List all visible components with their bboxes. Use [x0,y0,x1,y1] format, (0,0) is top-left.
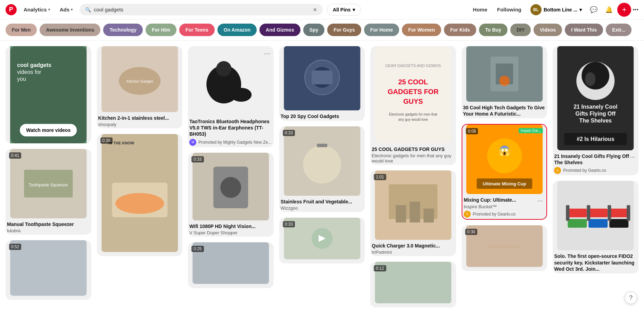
toothpaste-card[interactable]: Toothpaste Squeezer 0:41 Manual Toothpas… [6,149,91,235]
header-right: Home Following BL Bottom Line ... ▾ 💬 🔔 … [469,2,638,17]
night-vision-subtitle: V Super Duper Shopper [189,230,272,235]
svg-point-29 [303,145,341,184]
usb-keys-card[interactable]: Solo. The first open-source FIDO2 securi… [553,181,638,274]
question-icon: ? [629,294,633,302]
video-badge-mixing: 0:08 [466,128,478,134]
column-1: cool gadgets videos for you Watch more v… [6,46,91,300]
category-for-home[interactable]: For Home [364,24,399,36]
category-diy[interactable]: DIY [510,24,531,36]
col5-bottom-card[interactable]: 0:12 [370,262,456,308]
messages-icon: 💬 [590,6,597,14]
category-awesome-inventions[interactable]: Awesome Inventions [40,24,100,36]
col1-bottom-info [6,296,91,300]
quick-charger-card[interactable]: 1:01 Quick Charger 3.0 Magnetic... triPo… [370,170,456,256]
all-pins-button[interactable]: All Pins ▾ [327,4,361,16]
notifications-button[interactable]: 🔔 [602,3,616,17]
bell-icon: 🔔 [605,6,613,14]
category-spy[interactable]: Spy [303,24,325,36]
svg-text:The Shelves: The Shelves [579,118,612,124]
masonry-grid: cool gadgets videos for you Watch more v… [6,46,638,308]
stainless-fruit-card[interactable]: 0:33 Stainless Fruit and Vegetable... Wi… [279,126,365,212]
messages-button[interactable]: 💬 [587,3,601,17]
home-link[interactable]: Home [469,4,492,15]
mixing-cup-title: Mixing Cup: Ultimate... [464,197,545,203]
analytics-nav[interactable]: Analytics ▾ [21,5,53,15]
ads-nav[interactable]: Ads ▾ [57,5,75,15]
category-videos[interactable]: Videos [534,24,562,36]
video-badge-charger: 1:01 [374,174,386,180]
pin-menu-earphones[interactable]: ⋯ [264,50,270,57]
promoted-label: Promoted by Mighty Gadgets New Ze... [198,140,271,145]
all-pins-chevron: ▾ [353,7,355,12]
cool-gifts-info: 21 Insanely Cool Gifts Flying Off The Sh… [553,150,638,175]
col4-bottom-info [279,259,365,263]
more-icon: ••• [633,7,638,13]
home-futuristic-card[interactable]: 30 Cool High Tech Gadgets To Give Your H… [462,46,547,118]
cool-guys-info: 25 COOL GADGETS FOR GUYS Electronic gadg… [370,143,456,165]
mixing-cup-card[interactable]: 😱 Ultimate Mixing Cup 0:08 Inspire Zoe..… [462,124,547,219]
help-button[interactable]: ? [625,292,637,304]
category-for-teens[interactable]: For Teens [179,24,215,36]
svg-rect-75 [587,205,591,221]
col6-bottom-card[interactable]: newlemonshop.com 0:30 [462,225,547,271]
search-clear-icon[interactable]: ✕ [313,7,317,12]
earphones-info: TaoTronics Bluetooth Headphones V5.0 TWS… [188,116,274,147]
category-technology[interactable]: Technology [103,24,143,36]
analytics-label: Analytics [24,7,47,12]
main-content: cool gadgets videos for you Watch more v… [0,41,644,311]
video-badge-col5-bottom: 0:12 [374,265,386,271]
col4-bottom-card[interactable]: 0:33 [279,218,365,263]
category-for-men[interactable]: For Men [6,24,37,36]
svg-rect-44 [410,202,420,222]
category-i-want-this[interactable]: I Want This [565,24,603,36]
watch-more-card[interactable]: cool gadgets videos for you Watch more v… [6,46,91,143]
col1-bottom-card[interactable]: 0:52 [6,240,91,300]
category-and-gizmos[interactable]: And Gizmos [259,24,300,36]
column-6: 30 Cool High Tech Gadgets To Give Your H… [462,46,547,271]
user-menu[interactable]: BL Bottom Line ... ▾ [527,2,585,17]
spy-gadgets-card[interactable]: Top 20 Spy Cool Gadgets [279,46,365,121]
svg-text:Gifts Flying Off: Gifts Flying Off [576,111,616,117]
category-on-amazon[interactable]: On Amazon [217,24,257,36]
svg-point-19 [231,88,251,102]
svg-text:21 Insanely Cool: 21 Insanely Cool [574,104,618,110]
ads-label: Ads [60,7,69,12]
column-3: TaoTronics Bluetooth Headphones V5.0 TWS… [188,46,274,288]
column-5: GEAR GADGETS AND GIZMOS 25 COOL GADGETS … [370,46,456,308]
kitchen-card[interactable]: ▶ Download this video 2 ✕ Kitchen Gadget… [97,46,183,128]
add-button[interactable]: + [617,3,631,17]
shoes-card[interactable]: IN THE KNOW 0:35 [97,134,183,256]
search-bar: 🔍 ✕ [80,4,323,15]
pinterest-logo[interactable]: P [6,4,17,15]
user-label: Bottom Line ... [544,7,577,12]
svg-text:any guy would love: any guy would love [398,118,428,121]
watch-more-button[interactable]: Watch more videos [20,124,77,136]
toothpaste-subtitle: lulubra [7,228,90,233]
category-to-buy[interactable]: To Buy [479,24,507,36]
column-4: Top 20 Spy Cool Gadgets 0:33 Stainless F… [279,46,365,263]
svg-text:#2 Is Hilarious: #2 Is Hilarious [577,136,615,142]
category-extra[interactable]: Extr... [606,24,631,36]
pin-menu-gifts[interactable]: ⋯ [629,154,635,160]
col3-bottom-card[interactable]: 0:25 [188,242,274,288]
category-for-kids[interactable]: For Kids [444,24,476,36]
gearlo-icon-2: G [554,167,561,174]
pin-menu-mixing[interactable]: ⋯ [537,197,543,204]
cool-gifts-dark-card[interactable]: 21 Insanely Cool Gifts Flying Off The Sh… [553,46,638,175]
search-input[interactable] [94,7,310,12]
night-vision-card[interactable]: 0:33 Wifi 1080P HD Night Vision... V Sup… [188,153,274,237]
svg-point-61 [585,72,596,86]
cool-guys-gadgets-card[interactable]: GEAR GADGETS AND GIZMOS 25 COOL GADGETS … [370,46,456,165]
pinterest-icon: P [9,6,13,13]
stainless-fruit-info: Stainless Fruit and Vegetable... Wizzgoo [279,196,365,212]
category-for-guys[interactable]: For Guys [327,24,361,36]
category-for-him[interactable]: For Him [146,24,176,36]
svg-rect-30 [317,144,327,147]
svg-text:Electronic gadgets for men tha: Electronic gadgets for men that [389,112,437,116]
gearlo-label-2: Promoted by Gearlo.co [563,168,606,173]
earphones-card[interactable]: TaoTronics Bluetooth Headphones V5.0 TWS… [188,46,274,147]
following-link[interactable]: Following [493,4,526,15]
svg-rect-68 [568,209,587,217]
night-vision-title: Wifi 1080P HD Night Vision... [189,223,272,229]
category-for-women[interactable]: For Women [402,24,441,36]
